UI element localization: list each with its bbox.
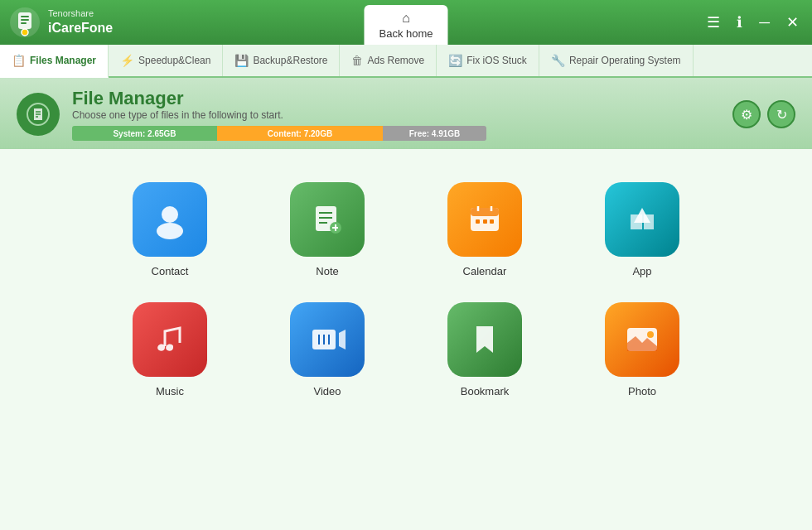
file-item-calendar[interactable]: Calendar — [431, 182, 539, 277]
app-branding: Tenorshare iCareFone — [8, 6, 113, 39]
tab-repair[interactable]: 🔧 Repair Operating System — [539, 45, 694, 76]
svg-rect-4 — [21, 22, 27, 24]
home-icon: ⌂ — [402, 11, 410, 26]
window-controls: ☰ ℹ ─ ✕ — [702, 12, 804, 33]
svg-rect-15 — [471, 208, 499, 216]
file-item-music[interactable]: Music — [116, 302, 224, 398]
svg-point-27 — [647, 331, 654, 338]
files-tab-icon: 📋 — [12, 54, 26, 67]
file-item-note[interactable]: Note — [273, 182, 381, 277]
contact-icon — [133, 182, 207, 257]
speedup-tab-icon: ⚡ — [120, 54, 134, 67]
svg-point-8 — [157, 223, 183, 239]
file-item-contact[interactable]: Contact — [116, 182, 224, 277]
backup-tab-icon: 💾 — [234, 54, 249, 67]
fm-icon — [17, 93, 60, 136]
note-label: Note — [316, 265, 338, 277]
app-logo — [8, 6, 41, 39]
storage-content: Content: 7.20GB — [217, 126, 383, 141]
storage-system: System: 2.65GB — [72, 126, 217, 141]
tab-speedup[interactable]: ⚡ Speedup&Clean — [109, 45, 223, 76]
svg-rect-18 — [476, 219, 480, 224]
file-manager-header: File Manager Choose one type of files in… — [0, 78, 812, 149]
fm-info: File Manager Choose one type of files in… — [72, 88, 720, 141]
svg-rect-2 — [21, 16, 29, 17]
app-icon — [605, 182, 679, 257]
menu-icon[interactable]: ☰ — [702, 12, 725, 33]
refresh-button[interactable]: ↻ — [767, 100, 795, 128]
file-item-photo[interactable]: Photo — [588, 302, 696, 398]
video-label: Video — [313, 385, 341, 398]
tab-ads[interactable]: 🗑 Ads Remove — [340, 45, 437, 76]
tab-files[interactable]: 📋 Files Manager — [0, 45, 109, 78]
content-area: File Manager Choose one type of files in… — [0, 78, 812, 530]
fm-title: File Manager — [72, 88, 720, 109]
bookmark-icon — [447, 302, 522, 377]
close-button[interactable]: ✕ — [781, 12, 804, 33]
tab-fix[interactable]: 🔄 Fix iOS Stuck — [437, 45, 539, 76]
file-item-app[interactable]: App — [588, 182, 696, 277]
back-home-button[interactable]: ⌂ Back home — [364, 5, 447, 45]
svg-rect-20 — [490, 219, 494, 224]
calendar-icon — [447, 182, 522, 257]
minimize-button[interactable]: ─ — [754, 12, 775, 33]
svg-marker-22 — [339, 330, 346, 349]
info-icon[interactable]: ℹ — [732, 12, 747, 33]
app-name: Tenorshare iCareFone — [48, 7, 113, 36]
app-label: App — [632, 265, 651, 277]
fm-subtitle: Choose one type of files in the followin… — [72, 109, 720, 121]
video-icon — [290, 302, 365, 377]
svg-point-7 — [162, 206, 178, 223]
music-label: Music — [156, 385, 184, 398]
fix-tab-icon: 🔄 — [448, 54, 462, 67]
file-item-bookmark[interactable]: Bookmark — [431, 302, 539, 398]
storage-free: Free: 4.91GB — [383, 126, 486, 141]
ads-tab-icon: 🗑 — [351, 54, 363, 67]
svg-rect-3 — [21, 19, 29, 21]
photo-label: Photo — [628, 385, 656, 398]
settings-button[interactable]: ⚙ — [732, 100, 761, 128]
note-icon — [290, 182, 365, 257]
svg-point-5 — [22, 29, 28, 36]
repair-tab-icon: 🔧 — [551, 54, 565, 67]
svg-rect-19 — [483, 219, 487, 224]
storage-bar: System: 2.65GB Content: 7.20GB Free: 4.9… — [72, 126, 486, 141]
contact-label: Contact — [152, 265, 189, 277]
title-bar: Tenorshare iCareFone ⌂ Back home ☰ ℹ ─ ✕ — [0, 0, 812, 45]
fm-actions: ⚙ ↻ — [732, 100, 795, 128]
calendar-label: Calendar — [463, 265, 507, 277]
tab-backup[interactable]: 💾 Backup&Restore — [223, 45, 340, 76]
music-icon — [133, 302, 207, 377]
tab-bar: 📋 Files Manager ⚡ Speedup&Clean 💾 Backup… — [0, 45, 812, 78]
photo-icon — [605, 302, 679, 377]
file-grid: Contact Note — [0, 149, 812, 431]
bookmark-label: Bookmark — [461, 385, 510, 398]
file-item-video[interactable]: Video — [273, 302, 381, 398]
